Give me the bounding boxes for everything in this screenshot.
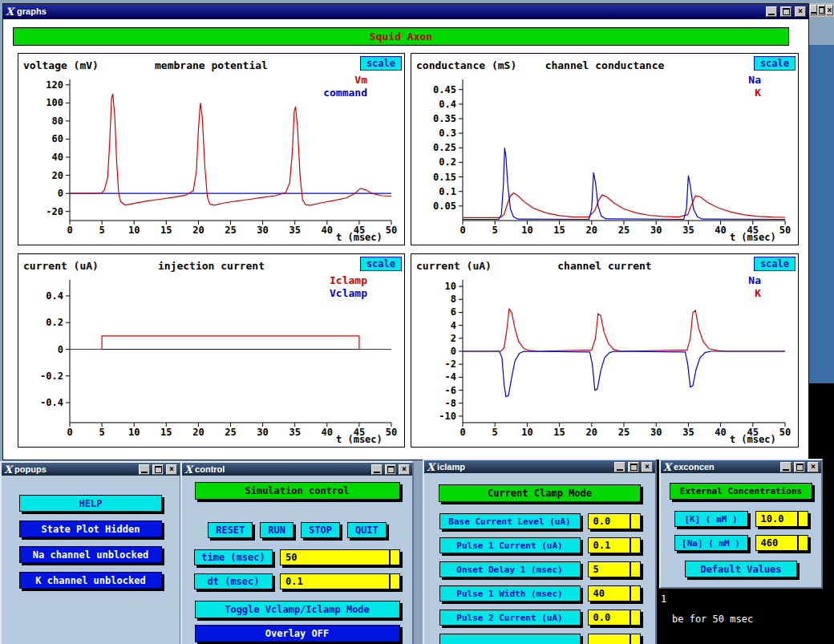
svg-text:0: 0 — [67, 427, 72, 438]
default-values-button[interactable]: Default Values — [685, 561, 797, 577]
iclamp-row-5-label[interactable] — [439, 634, 581, 644]
iclamp-row-1-input[interactable]: 0.1 — [588, 537, 641, 553]
svg-text:50: 50 — [779, 427, 791, 438]
run-button-reset[interactable]: RESET — [208, 522, 253, 538]
dt-field-row-input[interactable]: 0.1 — [280, 573, 400, 589]
minimize-button[interactable] — [614, 462, 626, 472]
external-concentrations-header: External Concentrations — [670, 483, 812, 500]
close-button[interactable]: × — [166, 464, 177, 475]
run-button-stop[interactable]: STOP — [301, 522, 340, 538]
dt-field-row-label[interactable]: dt (msec) — [194, 573, 273, 589]
plot-panel-injection-current: current (uA) injection current scale Icl… — [18, 253, 405, 448]
svg-text:0: 0 — [58, 344, 63, 355]
svg-text:10: 10 — [128, 225, 140, 236]
svg-text:6: 6 — [451, 306, 456, 318]
iclamp-row-3-label[interactable]: Pulse 1 Width (msec) — [439, 585, 581, 601]
scale-button[interactable]: scale — [754, 257, 796, 271]
maximize-button[interactable] — [385, 464, 396, 475]
maximize-button[interactable] — [152, 464, 164, 475]
iclamp-titlebar[interactable]: X iclamp × — [424, 460, 655, 473]
iclamp-row-5-input[interactable] — [588, 634, 641, 644]
svg-text:-8: -8 — [445, 398, 456, 409]
time-field-row-label[interactable]: time (msec) — [194, 549, 273, 565]
chart-membrane-potential: -2002040608010012005101520253035404550t … — [18, 75, 404, 245]
iclamp-row-4-label[interactable]: Pulse 2 Current (uA) — [439, 610, 581, 626]
svg-text:0: 0 — [58, 188, 63, 199]
iclamp-row-0-input[interactable]: 0.0 — [588, 513, 641, 529]
close-button[interactable]: × — [399, 464, 410, 475]
graphs-body: Squid Axon voltage (mV) membrane potenti… — [3, 18, 808, 460]
svg-text:-2: -2 — [445, 358, 456, 370]
close-button[interactable]: × — [826, 5, 833, 15]
scale-button[interactable]: scale — [360, 56, 402, 71]
exconcen-row-0-label[interactable]: [K] ( mM ) — [674, 511, 748, 527]
iclamp-row-2-input[interactable]: 5 — [588, 561, 641, 577]
window-title: control — [195, 464, 369, 474]
x11-logo-icon: X — [6, 6, 14, 17]
graphs-titlebar[interactable]: X graphs × — [3, 4, 808, 18]
svg-text:10: 10 — [128, 427, 140, 438]
exconcen-row-0-input[interactable]: 10.0 — [755, 511, 808, 527]
svg-text:20: 20 — [586, 427, 597, 438]
svg-text:120: 120 — [46, 79, 63, 91]
minimize-button[interactable] — [780, 462, 791, 472]
window-title: exconcen — [674, 462, 778, 472]
minimize-button[interactable] — [810, 5, 817, 15]
time-field-row-input[interactable]: 50 — [280, 549, 400, 565]
overlay-button[interactable]: Overlay OFF — [195, 625, 400, 642]
maximize-button[interactable] — [628, 462, 639, 472]
svg-text:-10: -10 — [439, 411, 456, 422]
plot-title: membrane potential — [18, 59, 404, 71]
run-button-run[interactable]: RUN — [260, 522, 294, 538]
minimize-button[interactable] — [766, 6, 777, 17]
popups-button-3[interactable]: K channel unblocked — [19, 572, 162, 589]
svg-text:25: 25 — [225, 225, 236, 236]
svg-text:t (msec): t (msec) — [730, 434, 776, 445]
svg-text:5: 5 — [99, 427, 104, 438]
close-button[interactable]: × — [642, 462, 653, 472]
svg-text:50: 50 — [386, 427, 397, 438]
svg-text:40: 40 — [322, 427, 333, 438]
scale-button[interactable]: scale — [360, 257, 402, 271]
plot-title: channel current — [411, 260, 798, 272]
popups-titlebar[interactable]: X popups × — [2, 463, 180, 476]
exconcen-titlebar[interactable]: X exconcen × — [661, 460, 821, 473]
scale-button[interactable]: scale — [754, 56, 796, 71]
current-clamp-mode-header: Current Clamp Mode — [439, 484, 641, 502]
minimize-button[interactable] — [139, 464, 150, 475]
svg-text:25: 25 — [618, 427, 630, 438]
exconcen-row-1-input[interactable]: 460 — [755, 535, 808, 551]
iclamp-row-3-input[interactable]: 40 — [588, 585, 641, 601]
exconcen-window: X exconcen × External Concentrations [K]… — [659, 459, 823, 589]
svg-text:-6: -6 — [445, 385, 456, 396]
popups-button-1[interactable]: State Plot Hidden — [19, 520, 162, 537]
popups-button-2[interactable]: Na channel unblocked — [19, 546, 162, 563]
run-button-quit[interactable]: QUIT — [347, 522, 387, 538]
close-button[interactable]: × — [795, 6, 806, 17]
chart-injection-current: -0.4-0.200.20.405101520253035404550t (ms… — [18, 275, 404, 447]
iclamp-row-0-label[interactable]: Base Current Level (uA) — [439, 513, 581, 529]
minimize-button[interactable] — [371, 464, 383, 475]
svg-text:30: 30 — [650, 225, 662, 236]
maximize-button[interactable] — [780, 6, 791, 17]
svg-text:2: 2 — [451, 333, 456, 344]
svg-text:40: 40 — [322, 225, 333, 236]
svg-text:0.05: 0.05 — [433, 200, 456, 212]
iclamp-row-2-label[interactable]: Onset Delay 1 (msec) — [439, 561, 581, 577]
close-button[interactable]: × — [808, 462, 819, 472]
trace-na — [463, 351, 785, 397]
svg-text:40: 40 — [715, 225, 726, 236]
toggle-clamp-mode-button[interactable]: Toggle Vclamp/Iclamp Mode — [195, 601, 400, 618]
svg-text:30: 30 — [650, 427, 662, 438]
svg-text:20: 20 — [192, 225, 204, 236]
control-titlebar[interactable]: X control × — [182, 463, 412, 476]
iclamp-row-1-label[interactable]: Pulse 1 Current (uA) — [439, 537, 581, 553]
maximize-button[interactable] — [818, 5, 825, 15]
popups-button-0[interactable]: HELP — [19, 495, 162, 512]
iclamp-row-4-input[interactable]: 0.0 — [588, 610, 641, 626]
exconcen-row-1-label[interactable]: [Na] ( mM ) — [674, 535, 748, 551]
iclamp-row-3: Pulse 1 Width (msec)40 — [439, 585, 641, 601]
svg-text:15: 15 — [160, 225, 172, 236]
maximize-button[interactable] — [794, 462, 805, 472]
window-title: graphs — [17, 6, 763, 16]
